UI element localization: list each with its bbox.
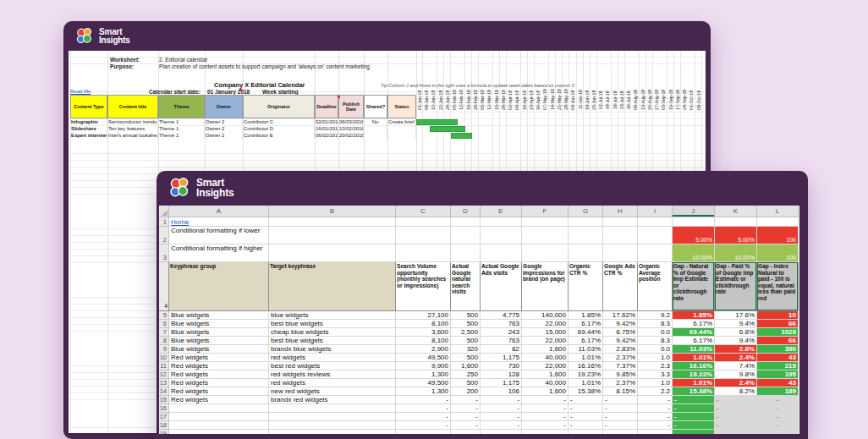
cell-i5[interactable]: 9.2 (638, 311, 673, 320)
cell[interactable] (522, 217, 569, 227)
header-gap-paid[interactable]: Gap - Paid % of Google Imp Estimate or c… (715, 262, 757, 311)
cell-b7[interactable]: cheap blue widgets (269, 328, 396, 337)
row-number[interactable]: 17 (159, 413, 169, 421)
cell[interactable]: Contributor C (243, 118, 315, 125)
cell[interactable] (522, 244, 569, 262)
row-number[interactable]: 3 (159, 244, 169, 262)
cell-d6[interactable]: 500 (451, 320, 481, 328)
cell-g17[interactable]: - (569, 413, 603, 421)
row-number[interactable]: 2 (159, 227, 169, 244)
cell-b6[interactable]: best blue widgets (269, 320, 396, 328)
cell[interactable] (522, 227, 569, 244)
cell-a8[interactable]: Blue widgets (169, 337, 269, 345)
cell-k14[interactable]: 8.2% (715, 387, 757, 396)
cell-f5[interactable]: 140,000 (522, 311, 569, 320)
cell-a7[interactable]: Blue widgets (169, 328, 269, 337)
column-letter-g[interactable]: G (569, 206, 603, 217)
cell-j6[interactable]: 6.17% (673, 320, 715, 328)
cell[interactable] (481, 217, 522, 227)
cell-b12[interactable]: red widgets reviews (269, 370, 396, 379)
cell[interactable]: Create brief (387, 118, 416, 125)
cell-h17[interactable]: - (603, 413, 638, 421)
cell-a12[interactable]: Red widgets (169, 370, 269, 379)
cell-k11[interactable]: 7.4% (715, 362, 757, 370)
cell-j14[interactable]: 15.38% (673, 387, 715, 396)
cell-l19[interactable]: - (757, 430, 799, 434)
cell-l15[interactable]: - (757, 396, 799, 404)
cell-k15[interactable]: - (715, 396, 757, 404)
cell-f17[interactable]: - (522, 413, 569, 421)
cell[interactable]: Expert interview (70, 132, 107, 139)
cell-g5[interactable]: 1.85% (569, 311, 603, 320)
cell-f11[interactable]: 22,000 (522, 362, 569, 370)
cell-l7[interactable]: 1029 (757, 328, 799, 337)
threshold-higher-k[interactable]: 10.00% (715, 244, 757, 262)
cell-k17[interactable]: - (715, 413, 757, 421)
cell-e11[interactable]: 730 (481, 362, 522, 370)
cell-d16[interactable]: - (451, 404, 481, 413)
cell[interactable]: Semiconductor trends (107, 118, 158, 125)
gantt-bar[interactable] (416, 119, 458, 125)
cell-e13[interactable]: 1,175 (481, 379, 522, 387)
cell[interactable] (569, 227, 603, 244)
cell[interactable] (269, 244, 396, 262)
cell-l13[interactable]: 43 (757, 379, 799, 387)
header-gap-natural[interactable]: Gap - Natural % of Google Imp Estimate o… (673, 262, 715, 311)
cell-h15[interactable]: - (603, 396, 638, 404)
gantt-bar[interactable] (451, 133, 472, 139)
cell-k9[interactable]: 2.8% (715, 345, 757, 354)
cell-k16[interactable]: - (715, 404, 757, 413)
calendar-column-header-content-type[interactable]: Content Type (70, 95, 107, 118)
calendar-column-header-shared-[interactable]: Shared? (364, 95, 387, 118)
cell-l17[interactable]: - (757, 413, 799, 421)
cell-i14[interactable]: 2.2 (638, 387, 673, 396)
column-letter-h[interactable]: H (603, 206, 638, 217)
row-number[interactable]: 4 (159, 262, 169, 311)
cell-a16[interactable] (169, 404, 269, 413)
cell-a13[interactable]: Red widgets (169, 379, 269, 387)
cell[interactable] (603, 244, 638, 262)
cell-a17[interactable] (169, 413, 269, 421)
cell-j10[interactable]: 1.01% (673, 354, 715, 362)
cell-a18[interactable] (169, 421, 269, 430)
cell[interactable] (269, 227, 396, 244)
cell-c7[interactable]: 3,600 (396, 328, 451, 337)
cell-h11[interactable]: 7.37% (603, 362, 638, 370)
cell-k6[interactable]: 9.4% (715, 320, 757, 328)
cell-f19[interactable]: - (522, 430, 569, 434)
cell-g9[interactable]: 11.03% (569, 345, 603, 354)
cell-g14[interactable]: 15.38% (569, 387, 603, 396)
cell-d14[interactable]: 200 (451, 387, 481, 396)
cell-l8[interactable]: 66 (757, 337, 799, 345)
cell-i8[interactable]: 8.3 (638, 337, 673, 345)
row-number[interactable]: 1 (159, 217, 169, 227)
cell[interactable] (569, 217, 603, 227)
cell-f8[interactable]: 22,000 (522, 337, 569, 345)
column-letter-a[interactable]: A (169, 206, 269, 217)
calendar-column-header-theme[interactable]: Theme (158, 95, 205, 118)
cell-j5[interactable]: 1.85% (673, 311, 715, 320)
cell-f16[interactable]: - (522, 404, 569, 413)
cell-k7[interactable]: 6.8% (715, 328, 757, 337)
cell-k8[interactable]: 9.4% (715, 337, 757, 345)
cell-l10[interactable]: 43 (757, 354, 799, 362)
cell[interactable] (715, 217, 757, 227)
start-date-value[interactable]: 01 January 2018 (207, 89, 250, 95)
cell-b5[interactable]: blue widgets (269, 311, 396, 320)
cell-e19[interactable]: - (481, 430, 522, 434)
cell[interactable] (673, 217, 715, 227)
row-number[interactable]: 10 (159, 354, 169, 362)
cell-g6[interactable]: 6.17% (569, 320, 603, 328)
cell-e12[interactable]: 128 (481, 370, 522, 379)
cell[interactable]: Theme 1 (158, 125, 205, 132)
cell-h16[interactable]: - (603, 404, 638, 413)
cell-c9[interactable]: 2,900 (396, 345, 451, 354)
row-number[interactable]: 5 (159, 311, 169, 320)
cell-e14[interactable]: 106 (481, 387, 522, 396)
cell-b18[interactable] (269, 421, 396, 430)
cell-d15[interactable]: - (451, 396, 481, 404)
cell-c14[interactable]: 1,300 (396, 387, 451, 396)
cell-h18[interactable]: - (603, 421, 638, 430)
cell-l5[interactable]: 10 (757, 311, 799, 320)
cell-c11[interactable]: 9,900 (396, 362, 451, 370)
